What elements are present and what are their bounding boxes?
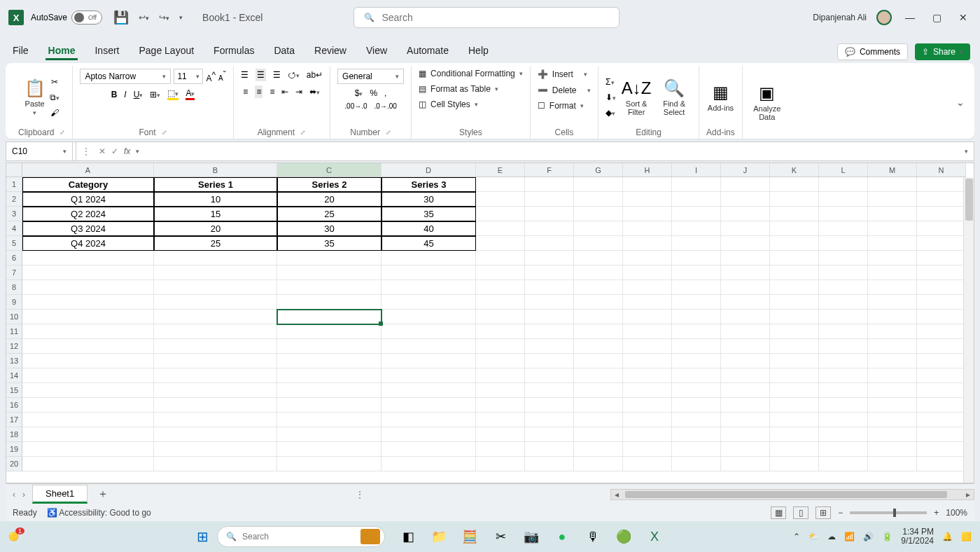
cell[interactable]: [22, 324, 154, 339]
task-view-icon[interactable]: ◧: [399, 527, 417, 546]
cell[interactable]: 45: [382, 236, 476, 251]
cell[interactable]: [22, 413, 154, 427]
cell[interactable]: [721, 339, 770, 354]
spotify-icon[interactable]: ●: [553, 527, 571, 546]
insert-cells-button[interactable]: ➕Insert ▾: [538, 69, 588, 79]
zoom-level[interactable]: 100%: [946, 508, 967, 518]
cell[interactable]: [819, 236, 868, 251]
cell[interactable]: [917, 192, 966, 207]
cell[interactable]: [868, 442, 917, 457]
comments-button[interactable]: 💬Comments: [837, 43, 908, 60]
cell[interactable]: [868, 354, 917, 368]
cell[interactable]: [623, 177, 672, 192]
cell[interactable]: [525, 354, 574, 368]
cell[interactable]: [770, 457, 819, 471]
fill-icon[interactable]: ⬇▾: [606, 92, 616, 102]
row-header[interactable]: 11: [6, 324, 22, 339]
cell[interactable]: [574, 324, 623, 339]
snipping-tool-icon[interactable]: ✂: [491, 527, 510, 546]
cell[interactable]: [770, 221, 819, 236]
column-header[interactable]: M: [868, 163, 917, 177]
cell[interactable]: [868, 324, 917, 339]
cell[interactable]: [574, 427, 623, 442]
row-header[interactable]: 10: [6, 310, 22, 324]
camera-icon[interactable]: 📷: [522, 527, 540, 546]
taskbar-app-icon[interactable]: 🟡1: [8, 532, 19, 541]
cell[interactable]: [721, 280, 770, 295]
cell[interactable]: [868, 383, 917, 398]
cell[interactable]: [476, 339, 525, 354]
cell[interactable]: [770, 192, 819, 207]
tab-data[interactable]: Data: [271, 41, 298, 60]
cell[interactable]: 10: [154, 192, 277, 207]
indent-increase-icon[interactable]: ⇥: [295, 87, 302, 97]
cell[interactable]: [154, 457, 277, 471]
cell[interactable]: [476, 368, 525, 383]
cell[interactable]: [154, 251, 277, 265]
tab-home[interactable]: Home: [46, 41, 78, 60]
cell[interactable]: [917, 251, 966, 265]
cell[interactable]: [770, 324, 819, 339]
cell[interactable]: [525, 295, 574, 310]
cell[interactable]: [277, 383, 382, 398]
column-header[interactable]: C: [277, 163, 382, 177]
cell[interactable]: [819, 383, 868, 398]
sort-filter-button[interactable]: A↓ZSort & Filter: [620, 78, 652, 116]
cell[interactable]: [868, 236, 917, 251]
cell[interactable]: [623, 192, 672, 207]
cell[interactable]: [917, 413, 966, 427]
cell[interactable]: [154, 427, 277, 442]
cell[interactable]: [721, 236, 770, 251]
cell[interactable]: [476, 192, 525, 207]
cell[interactable]: [623, 383, 672, 398]
cell[interactable]: [672, 192, 721, 207]
orientation-icon[interactable]: ⭯▾: [288, 70, 300, 80]
align-left-icon[interactable]: ≡: [243, 87, 248, 97]
cell[interactable]: [277, 339, 382, 354]
cell[interactable]: [917, 295, 966, 310]
cell[interactable]: [382, 295, 476, 310]
cell[interactable]: [868, 251, 917, 265]
cell[interactable]: [22, 280, 154, 295]
cell[interactable]: [22, 442, 154, 457]
align-bottom-icon[interactable]: ☰: [273, 70, 281, 80]
cell[interactable]: [819, 442, 868, 457]
cell[interactable]: [770, 383, 819, 398]
microphone-icon[interactable]: 🎙: [584, 527, 602, 546]
cell[interactable]: [525, 207, 574, 221]
cell[interactable]: [154, 295, 277, 310]
paste-button[interactable]: 📋Paste▾: [24, 78, 46, 116]
cell[interactable]: [868, 280, 917, 295]
share-button[interactable]: ⇪Share▾: [915, 43, 970, 60]
addins-button[interactable]: ▦Add-ins: [708, 83, 734, 112]
cell[interactable]: [382, 280, 476, 295]
file-explorer-icon[interactable]: 📁: [430, 527, 448, 546]
tab-review[interactable]: Review: [312, 41, 349, 60]
cell[interactable]: [770, 280, 819, 295]
cell[interactable]: [770, 310, 819, 324]
row-header[interactable]: 9: [6, 295, 22, 310]
cell[interactable]: [721, 354, 770, 368]
find-select-button[interactable]: 🔍Find & Select: [657, 78, 692, 116]
cell[interactable]: [574, 221, 623, 236]
autosum-icon[interactable]: Σ▾: [606, 77, 614, 87]
cell[interactable]: [574, 354, 623, 368]
row-header[interactable]: 7: [6, 265, 22, 280]
cell[interactable]: [277, 354, 382, 368]
normal-view-icon[interactable]: ▦: [771, 506, 786, 519]
cell[interactable]: [277, 427, 382, 442]
cell[interactable]: [819, 295, 868, 310]
conditional-formatting-button[interactable]: ▦Conditional Formatting▾: [419, 69, 523, 78]
cell[interactable]: [382, 413, 476, 427]
cell[interactable]: [574, 177, 623, 192]
battery-icon[interactable]: 🔋: [882, 532, 892, 541]
cut-icon[interactable]: ✂: [51, 77, 58, 87]
cell[interactable]: [819, 339, 868, 354]
accessibility-status[interactable]: ♿ Accessibility: Good to go: [47, 508, 151, 518]
cell[interactable]: [672, 251, 721, 265]
cell[interactable]: [382, 398, 476, 413]
cell[interactable]: [476, 251, 525, 265]
zoom-out-icon[interactable]: −: [838, 508, 843, 518]
cell[interactable]: [721, 295, 770, 310]
cell[interactable]: [819, 265, 868, 280]
